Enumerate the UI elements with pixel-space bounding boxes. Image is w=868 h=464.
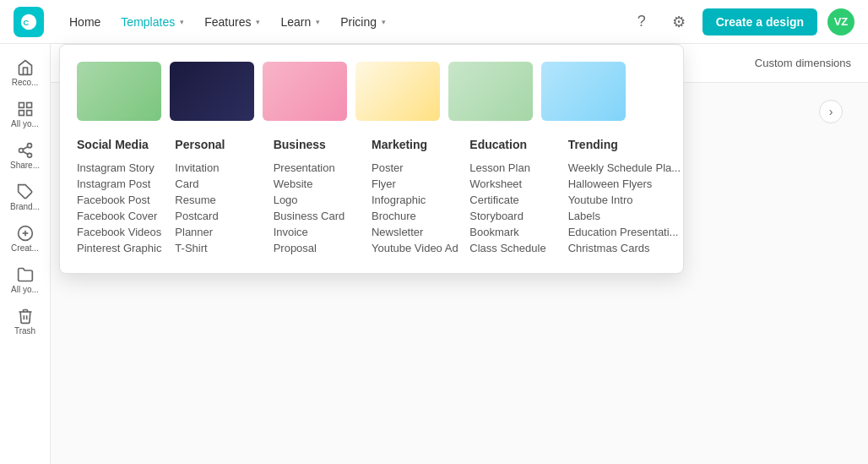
menu-item-invoice[interactable]: Invoice xyxy=(274,224,363,240)
menu-item-instagram-post[interactable]: Instagram Post xyxy=(77,176,166,192)
svg-rect-2 xyxy=(19,103,24,108)
menu-item-storyboard[interactable]: Storyboard xyxy=(469,208,559,224)
mega-menu-thumbnails xyxy=(77,62,666,121)
menu-item-weekly-schedule[interactable]: Weekly Schedule Pla... xyxy=(568,160,658,176)
col-title-trending: Trending xyxy=(568,138,658,151)
col-marketing: Marketing Poster Flyer Infographic Broch… xyxy=(372,138,469,256)
chevron-down-icon: ▾ xyxy=(382,18,386,26)
header: C Home Templates ▾ Features ▾ Learn ▾ Pr… xyxy=(0,0,868,44)
col-title-social-media: Social Media xyxy=(77,138,166,151)
menu-item-education-presentation[interactable]: Education Presentati... xyxy=(568,224,658,240)
thumbnail-personal[interactable] xyxy=(170,62,254,121)
col-title-personal: Personal xyxy=(175,138,264,151)
menu-item-facebook-post[interactable]: Facebook Post xyxy=(77,192,166,208)
menu-item-poster[interactable]: Poster xyxy=(372,160,461,176)
thumbnail-marketing[interactable] xyxy=(355,62,440,121)
col-trending: Trending Weekly Schedule Pla... Hallowee… xyxy=(568,138,666,256)
thumbnail-business[interactable] xyxy=(263,62,347,121)
menu-item-logo[interactable]: Logo xyxy=(274,192,363,208)
svg-rect-4 xyxy=(19,111,24,116)
menu-item-proposal[interactable]: Proposal xyxy=(274,240,363,256)
sidebar-item-label: All yo... xyxy=(8,119,42,128)
nav-home[interactable]: Home xyxy=(61,10,109,34)
menu-item-facebook-videos[interactable]: Facebook Videos xyxy=(77,224,166,240)
menu-item-bookmark[interactable]: Bookmark xyxy=(469,224,559,240)
svg-line-10 xyxy=(23,146,28,149)
avatar[interactable]: VZ xyxy=(827,8,854,35)
thumbnail-social-media[interactable] xyxy=(77,62,161,121)
col-education: Education Lesson Plan Worksheet Certific… xyxy=(469,138,567,256)
menu-item-website[interactable]: Website xyxy=(274,176,363,192)
nav-pricing[interactable]: Pricing ▾ xyxy=(332,10,394,34)
nav-features[interactable]: Features ▾ xyxy=(196,10,269,34)
sidebar-item-label: Share... xyxy=(8,161,42,170)
svg-point-8 xyxy=(27,153,31,157)
menu-item-card[interactable]: Card xyxy=(175,176,264,192)
sidebar-item-label: All yo... xyxy=(8,285,42,294)
sidebar-item-all-your-designs[interactable]: All yo... xyxy=(5,96,46,134)
menu-item-invitation[interactable]: Invitation xyxy=(175,160,264,176)
sidebar-item-label: Reco... xyxy=(8,78,42,87)
menu-item-certificate[interactable]: Certificate xyxy=(469,192,559,208)
sidebar-item-brand[interactable]: Brand... xyxy=(5,178,46,216)
menu-item-planner[interactable]: Planner xyxy=(175,224,264,240)
menu-item-resume[interactable]: Resume xyxy=(175,192,264,208)
menu-item-newsletter[interactable]: Newsletter xyxy=(372,224,461,240)
menu-item-tshirt[interactable]: T-Shirt xyxy=(175,240,264,256)
sidebar-item-all-folders[interactable]: All yo... xyxy=(5,261,46,299)
svg-point-6 xyxy=(27,144,31,148)
svg-point-7 xyxy=(19,149,23,153)
col-social-media: Social Media Instagram Story Instagram P… xyxy=(77,138,175,256)
plus-circle-icon xyxy=(17,225,34,242)
grid-icon xyxy=(17,101,34,117)
help-button[interactable]: ? xyxy=(628,8,655,35)
sidebar-item-recommended[interactable]: Reco... xyxy=(5,54,46,92)
sidebar-item-shared[interactable]: Share... xyxy=(5,137,46,175)
next-arrow-button[interactable]: › xyxy=(819,100,851,123)
thumbnail-trending[interactable] xyxy=(541,62,626,121)
menu-item-halloween-flyers[interactable]: Halloween Flyers xyxy=(568,176,658,192)
sidebar-item-label: Brand... xyxy=(8,202,42,211)
menu-item-lesson-plan[interactable]: Lesson Plan xyxy=(469,160,559,176)
menu-item-pinterest-graphic[interactable]: Pinterest Graphic xyxy=(77,240,166,256)
menu-item-flyer[interactable]: Flyer xyxy=(372,176,461,192)
menu-item-presentation[interactable]: Presentation xyxy=(274,160,363,176)
nav-learn[interactable]: Learn ▾ xyxy=(272,10,328,34)
settings-button[interactable]: ⚙ xyxy=(665,8,692,35)
chevron-down-icon: ▾ xyxy=(180,18,184,26)
tag-icon xyxy=(17,183,34,200)
menu-item-brochure[interactable]: Brochure xyxy=(372,208,461,224)
mega-menu-dropdown: Social Media Instagram Story Instagram P… xyxy=(59,44,684,274)
folder-icon xyxy=(17,266,34,283)
svg-text:C: C xyxy=(24,18,30,26)
col-title-business: Business xyxy=(274,138,363,151)
menu-item-youtube-intro[interactable]: Youtube Intro xyxy=(568,192,658,208)
svg-line-9 xyxy=(23,151,28,154)
sidebar-item-label: Creat... xyxy=(8,243,42,253)
create-design-button[interactable]: Create a design xyxy=(703,8,817,35)
svg-rect-3 xyxy=(26,103,31,108)
thumbnail-education[interactable] xyxy=(448,62,533,121)
svg-rect-5 xyxy=(26,111,31,116)
custom-dimensions-link[interactable]: Custom dimensions xyxy=(755,57,851,69)
sidebar-item-trash[interactable]: Trash xyxy=(5,303,46,341)
menu-item-class-schedule[interactable]: Class Schedule xyxy=(469,240,559,256)
col-title-marketing: Marketing xyxy=(372,138,461,151)
menu-item-christmas-cards[interactable]: Christmas Cards xyxy=(568,240,658,256)
chevron-down-icon: ▾ xyxy=(256,18,260,26)
col-personal: Personal Invitation Card Resume Postcard… xyxy=(175,138,273,256)
share-icon xyxy=(17,142,34,159)
col-business: Business Presentation Website Logo Busin… xyxy=(274,138,372,256)
menu-item-postcard[interactable]: Postcard xyxy=(175,208,264,224)
menu-item-worksheet[interactable]: Worksheet xyxy=(469,176,559,192)
menu-item-facebook-cover[interactable]: Facebook Cover xyxy=(77,208,166,224)
menu-item-labels[interactable]: Labels xyxy=(568,208,658,224)
menu-item-business-card[interactable]: Business Card xyxy=(274,208,363,224)
canva-logo[interactable]: C xyxy=(14,7,44,37)
nav-templates[interactable]: Templates ▾ xyxy=(112,10,193,34)
menu-item-infographic[interactable]: Infographic xyxy=(372,192,461,208)
menu-item-instagram-story[interactable]: Instagram Story xyxy=(77,160,166,176)
menu-item-youtube-video-ad[interactable]: Youtube Video Ad xyxy=(372,240,461,256)
chevron-down-icon: ▾ xyxy=(316,18,320,26)
sidebar-item-create[interactable]: Creat... xyxy=(5,220,46,258)
